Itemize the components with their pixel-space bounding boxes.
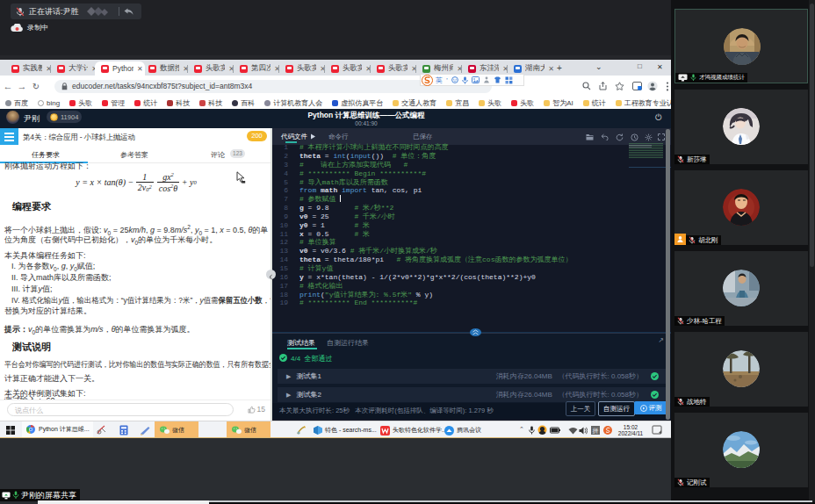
svg-text:拼: 拼 [593,428,599,434]
